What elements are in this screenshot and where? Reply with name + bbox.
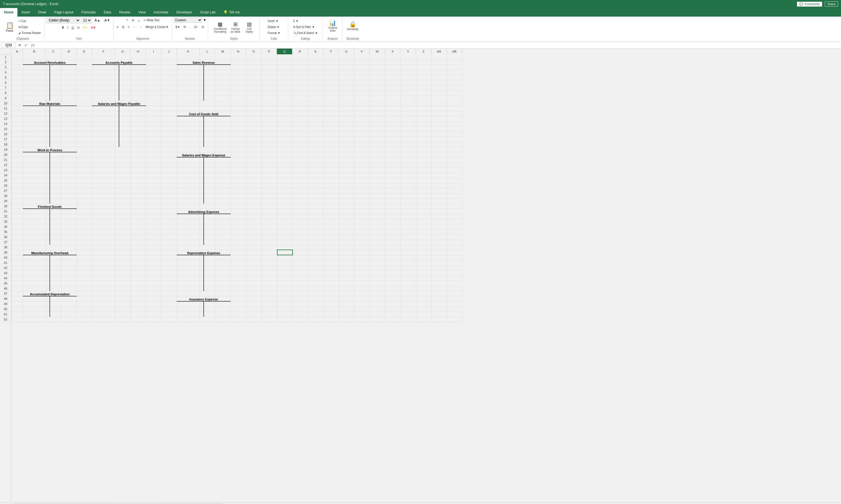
cell-V42[interactable] — [354, 265, 370, 270]
cell-V13[interactable] — [354, 116, 370, 121]
cell-Q8[interactable] — [277, 90, 293, 95]
cell-T44[interactable] — [323, 275, 339, 281]
cell-J26[interactable] — [162, 183, 177, 188]
cell-M22[interactable] — [215, 162, 231, 167]
cell-V7[interactable] — [354, 85, 370, 90]
cell-N50[interactable] — [231, 306, 246, 312]
cell-W5[interactable] — [370, 75, 385, 80]
cell-U42[interactable] — [339, 265, 354, 270]
cell-F26[interactable] — [92, 183, 115, 188]
row-num-15[interactable]: 15 — [0, 126, 11, 131]
cell-AB30[interactable] — [447, 203, 462, 209]
cell-N24[interactable] — [231, 173, 246, 178]
cell-AA47[interactable] — [432, 291, 447, 296]
cell-U41[interactable] — [339, 260, 354, 265]
cell-L43[interactable] — [200, 270, 215, 275]
cell-Z52[interactable] — [416, 317, 432, 322]
cell-Z24[interactable] — [416, 173, 432, 178]
underline-button[interactable]: U — [70, 24, 75, 30]
cell-N22[interactable] — [231, 162, 246, 167]
cell-X25[interactable] — [385, 178, 401, 183]
cell-J13[interactable] — [162, 116, 177, 121]
cell-D33[interactable] — [62, 219, 77, 224]
cell-S22[interactable] — [308, 162, 323, 167]
currency-btn[interactable]: $▼ — [174, 24, 181, 30]
cell-U45[interactable] — [339, 281, 354, 286]
cell-L6[interactable] — [200, 80, 215, 85]
cell-O33[interactable] — [246, 219, 262, 224]
cell-E36[interactable] — [77, 234, 92, 239]
cell-Y34[interactable] — [401, 224, 416, 229]
cell-W4[interactable] — [370, 70, 385, 75]
cell-E11[interactable] — [77, 106, 92, 111]
cell-Q1[interactable] — [277, 54, 293, 59]
cell-K10[interactable] — [177, 101, 200, 106]
cell-U40[interactable] — [339, 255, 354, 260]
cell-R6[interactable] — [293, 80, 308, 85]
cell-H6[interactable] — [131, 80, 146, 85]
cell-C9[interactable] — [46, 95, 62, 101]
cell-V43[interactable] — [354, 270, 370, 275]
cell-W15[interactable] — [370, 126, 385, 131]
cell-M1[interactable] — [215, 54, 231, 59]
cell-S26[interactable] — [308, 183, 323, 188]
cell-T15[interactable] — [323, 126, 339, 131]
cell-P19[interactable] — [262, 147, 277, 152]
cell-Y41[interactable] — [401, 260, 416, 265]
cell-K18[interactable] — [177, 142, 200, 147]
cell-S25[interactable] — [308, 178, 323, 183]
cell-C28[interactable] — [46, 193, 62, 198]
cell-I42[interactable] — [146, 265, 162, 270]
cell-G11[interactable] — [115, 106, 131, 111]
cell-T4[interactable] — [323, 70, 339, 75]
cell-K35[interactable] — [177, 229, 200, 234]
cell-W48[interactable] — [370, 296, 385, 301]
cell-AB36[interactable] — [447, 234, 462, 239]
tab-review[interactable]: Review — [115, 8, 134, 17]
cell-R24[interactable] — [293, 173, 308, 178]
cell-F30[interactable] — [92, 203, 115, 209]
cell-B13[interactable] — [23, 116, 46, 121]
cell-S12[interactable] — [308, 111, 323, 116]
cell-U21[interactable] — [339, 157, 354, 162]
cell-T5[interactable] — [323, 75, 339, 80]
cell-D38[interactable] — [62, 245, 77, 250]
cell-L14[interactable] — [200, 121, 215, 126]
row-num-33[interactable]: 33 — [0, 219, 11, 224]
cell-L13[interactable] — [200, 116, 215, 121]
cell-D41[interactable] — [62, 260, 77, 265]
cell-H24[interactable] — [131, 173, 146, 178]
cell-C44[interactable] — [46, 275, 62, 281]
increase-decimal-btn[interactable]: .0+ — [192, 24, 199, 30]
cell-T49[interactable] — [323, 301, 339, 306]
cell-Y49[interactable] — [401, 301, 416, 306]
insert-button[interactable]: Insert ▼ — [266, 18, 282, 24]
cell-G49[interactable] — [115, 301, 131, 306]
cell-P49[interactable] — [262, 301, 277, 306]
cell-D44[interactable] — [62, 275, 77, 281]
tab-home[interactable]: Home — [0, 8, 17, 17]
cell-N30[interactable] — [231, 203, 246, 209]
cell-V30[interactable] — [354, 203, 370, 209]
cell-W18[interactable] — [370, 142, 385, 147]
cell-X7[interactable] — [385, 85, 401, 90]
cell-N39[interactable] — [231, 250, 246, 255]
cell-Y38[interactable] — [401, 245, 416, 250]
cell-AB42[interactable] — [447, 265, 462, 270]
cell-U2[interactable] — [339, 59, 354, 65]
cell-AB44[interactable] — [447, 275, 462, 281]
cell-M33[interactable] — [215, 219, 231, 224]
cell-D23[interactable] — [62, 167, 77, 173]
cell-F8[interactable] — [92, 90, 115, 95]
cell-O18[interactable] — [246, 142, 262, 147]
cell-T26[interactable] — [323, 183, 339, 188]
indent-less-btn[interactable]: ← — [132, 24, 137, 30]
cell-C7[interactable] — [46, 85, 62, 90]
cell-U4[interactable] — [339, 70, 354, 75]
cell-M41[interactable] — [215, 260, 231, 265]
cell-F24[interactable] — [92, 173, 115, 178]
cell-X6[interactable] — [385, 80, 401, 85]
cell-AA5[interactable] — [432, 75, 447, 80]
cell-B22[interactable] — [23, 162, 46, 167]
cell-F52[interactable] — [92, 317, 115, 322]
